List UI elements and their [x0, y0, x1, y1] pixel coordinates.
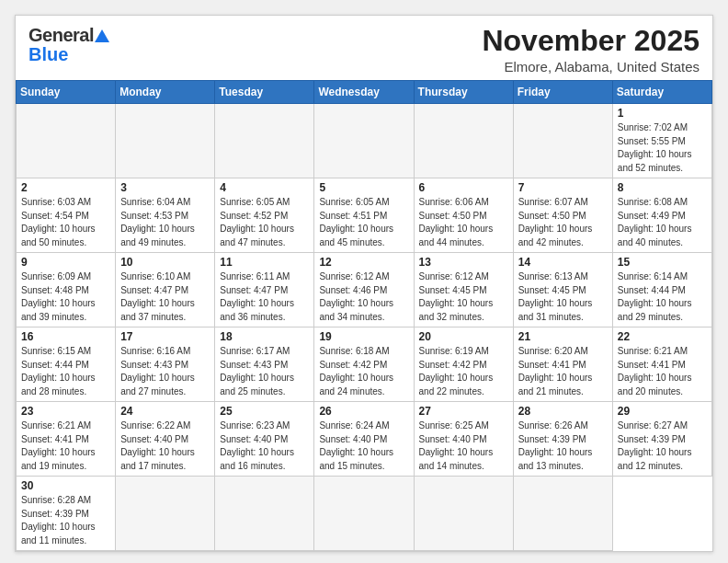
day-number: 30 [21, 479, 110, 492]
day-info: Sunrise: 6:21 AM Sunset: 4:41 PM Dayligh… [618, 345, 707, 398]
day-info: Sunrise: 6:11 AM Sunset: 4:47 PM Dayligh… [220, 270, 309, 324]
location-title: Elmore, Alabama, United States [482, 59, 700, 75]
calendar-week-row: 1Sunrise: 7:02 AM Sunset: 5:55 PM Daylig… [17, 104, 712, 178]
day-number: 10 [120, 256, 210, 269]
header-sunday: Sunday [17, 81, 116, 104]
day-number: 11 [220, 256, 309, 269]
day-info: Sunrise: 6:05 AM Sunset: 4:51 PM Dayligh… [319, 196, 408, 249]
day-number: 20 [419, 330, 508, 343]
table-row [116, 104, 215, 178]
day-info: Sunrise: 6:24 AM Sunset: 4:40 PM Dayligh… [319, 419, 408, 473]
day-number: 28 [518, 405, 608, 418]
day-number: 15 [618, 256, 707, 269]
calendar-week-row: 2Sunrise: 6:03 AM Sunset: 4:54 PM Daylig… [17, 178, 712, 253]
table-row [314, 477, 414, 551]
day-number: 26 [319, 405, 408, 418]
table-row: 22Sunrise: 6:21 AM Sunset: 4:41 PM Dayli… [612, 327, 711, 402]
day-info: Sunrise: 6:08 AM Sunset: 4:49 PM Dayligh… [618, 196, 707, 249]
table-row: 10Sunrise: 6:10 AM Sunset: 4:47 PM Dayli… [116, 253, 215, 327]
table-row [215, 104, 314, 178]
logo-area: General Blue [28, 25, 109, 65]
day-number: 23 [21, 405, 110, 418]
day-number: 22 [618, 330, 707, 343]
day-number: 19 [319, 330, 408, 343]
table-row: 6Sunrise: 6:06 AM Sunset: 4:50 PM Daylig… [414, 178, 513, 253]
calendar-container: General Blue November 2025 Elmore, Alaba… [15, 15, 713, 552]
day-info: Sunrise: 7:02 AM Sunset: 5:55 PM Dayligh… [618, 121, 707, 175]
day-number: 8 [618, 181, 707, 194]
table-row: 14Sunrise: 6:13 AM Sunset: 4:45 PM Dayli… [513, 253, 612, 327]
day-info: Sunrise: 6:27 AM Sunset: 4:39 PM Dayligh… [618, 419, 707, 473]
table-row: 24Sunrise: 6:22 AM Sunset: 4:40 PM Dayli… [116, 402, 215, 477]
day-info: Sunrise: 6:21 AM Sunset: 4:41 PM Dayligh… [21, 419, 110, 473]
table-row: 15Sunrise: 6:14 AM Sunset: 4:44 PM Dayli… [612, 253, 711, 327]
table-row: 25Sunrise: 6:23 AM Sunset: 4:40 PM Dayli… [215, 402, 314, 477]
day-number: 17 [120, 330, 210, 343]
day-number: 14 [518, 256, 608, 269]
month-title: November 2025 [482, 25, 700, 57]
table-row [116, 477, 215, 551]
table-row [215, 477, 314, 551]
table-row [414, 477, 513, 551]
calendar-week-row: 23Sunrise: 6:21 AM Sunset: 4:41 PM Dayli… [17, 402, 712, 477]
day-info: Sunrise: 6:16 AM Sunset: 4:43 PM Dayligh… [120, 345, 210, 398]
table-row: 28Sunrise: 6:26 AM Sunset: 4:39 PM Dayli… [513, 402, 612, 477]
day-info: Sunrise: 6:07 AM Sunset: 4:50 PM Dayligh… [518, 196, 608, 249]
table-row: 11Sunrise: 6:11 AM Sunset: 4:47 PM Dayli… [215, 253, 314, 327]
table-row: 23Sunrise: 6:21 AM Sunset: 4:41 PM Dayli… [17, 402, 116, 477]
calendar-week-row: 30Sunrise: 6:28 AM Sunset: 4:39 PM Dayli… [17, 477, 712, 551]
day-info: Sunrise: 6:14 AM Sunset: 4:44 PM Dayligh… [618, 270, 707, 324]
table-row: 17Sunrise: 6:16 AM Sunset: 4:43 PM Dayli… [116, 327, 215, 402]
day-info: Sunrise: 6:12 AM Sunset: 4:45 PM Dayligh… [419, 270, 508, 324]
table-row: 21Sunrise: 6:20 AM Sunset: 4:41 PM Dayli… [513, 327, 612, 402]
logo-triangle-icon [95, 29, 109, 42]
table-row: 26Sunrise: 6:24 AM Sunset: 4:40 PM Dayli… [314, 402, 414, 477]
day-info: Sunrise: 6:04 AM Sunset: 4:53 PM Dayligh… [120, 196, 210, 249]
table-row: 29Sunrise: 6:27 AM Sunset: 4:39 PM Dayli… [612, 402, 711, 477]
table-row: 4Sunrise: 6:05 AM Sunset: 4:52 PM Daylig… [215, 178, 314, 253]
table-row: 19Sunrise: 6:18 AM Sunset: 4:42 PM Dayli… [314, 327, 414, 402]
day-number: 7 [518, 181, 608, 194]
day-info: Sunrise: 6:03 AM Sunset: 4:54 PM Dayligh… [21, 196, 110, 249]
weekday-header-row: Sunday Monday Tuesday Wednesday Thursday… [17, 81, 712, 104]
day-info: Sunrise: 6:17 AM Sunset: 4:43 PM Dayligh… [220, 345, 309, 398]
day-info: Sunrise: 6:26 AM Sunset: 4:39 PM Dayligh… [518, 419, 608, 473]
day-number: 2 [21, 181, 110, 194]
day-number: 25 [220, 405, 309, 418]
day-info: Sunrise: 6:12 AM Sunset: 4:46 PM Dayligh… [319, 270, 408, 324]
day-info: Sunrise: 6:28 AM Sunset: 4:39 PM Dayligh… [21, 494, 110, 547]
day-number: 24 [120, 405, 210, 418]
header-wednesday: Wednesday [314, 81, 414, 104]
header-monday: Monday [116, 81, 215, 104]
day-number: 12 [319, 256, 408, 269]
table-row [513, 477, 612, 551]
table-row: 5Sunrise: 6:05 AM Sunset: 4:51 PM Daylig… [314, 178, 414, 253]
day-info: Sunrise: 6:19 AM Sunset: 4:42 PM Dayligh… [419, 345, 508, 398]
header-tuesday: Tuesday [215, 81, 314, 104]
day-number: 6 [419, 181, 508, 194]
table-row [414, 104, 513, 178]
header-saturday: Saturday [612, 81, 711, 104]
day-number: 13 [419, 256, 508, 269]
table-row: 13Sunrise: 6:12 AM Sunset: 4:45 PM Dayli… [414, 253, 513, 327]
header-thursday: Thursday [414, 81, 513, 104]
logo-text: General [28, 25, 94, 46]
table-row: 9Sunrise: 6:09 AM Sunset: 4:48 PM Daylig… [17, 253, 116, 327]
table-row: 3Sunrise: 6:04 AM Sunset: 4:53 PM Daylig… [116, 178, 215, 253]
day-number: 1 [618, 107, 707, 120]
day-info: Sunrise: 6:22 AM Sunset: 4:40 PM Dayligh… [120, 419, 210, 473]
day-number: 3 [120, 181, 210, 194]
day-info: Sunrise: 6:15 AM Sunset: 4:44 PM Dayligh… [21, 345, 110, 398]
table-row [513, 104, 612, 178]
day-number: 29 [618, 405, 707, 418]
table-row: 27Sunrise: 6:25 AM Sunset: 4:40 PM Dayli… [414, 402, 513, 477]
day-number: 4 [220, 181, 309, 194]
day-number: 18 [220, 330, 309, 343]
day-number: 9 [21, 256, 110, 269]
title-area: November 2025 Elmore, Alabama, United St… [482, 25, 700, 75]
day-info: Sunrise: 6:18 AM Sunset: 4:42 PM Dayligh… [319, 345, 408, 398]
day-number: 21 [518, 330, 608, 343]
day-info: Sunrise: 6:09 AM Sunset: 4:48 PM Dayligh… [21, 270, 110, 324]
day-info: Sunrise: 6:25 AM Sunset: 4:40 PM Dayligh… [419, 419, 508, 473]
table-row: 7Sunrise: 6:07 AM Sunset: 4:50 PM Daylig… [513, 178, 612, 253]
